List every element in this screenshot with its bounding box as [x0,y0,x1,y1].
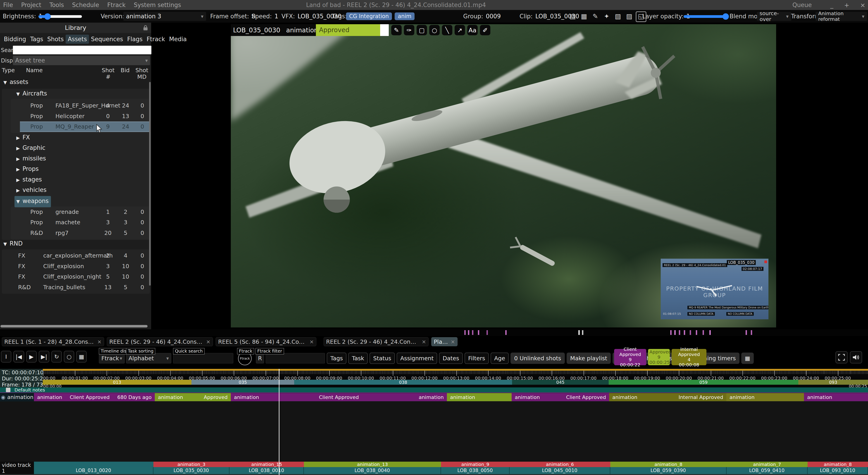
notes-track-header[interactable]: ◉ animation [0,393,34,402]
tree-item-grenade[interactable]: Propgrenade120 [0,208,151,217]
tree-item-fa18-ef-super-hornet[interactable]: PropFA18_EF_Super_Hornet4240 [0,101,151,110]
clip-lob-093-0010[interactable]: animation_8LOB_093_0010 [808,462,868,474]
notes-segment-5[interactable]: animationClient Approved [512,393,609,401]
close-tab-icon[interactable]: × [310,339,314,345]
player-tab-3[interactable]: REEL 5 (Sc. 86 - 94) 4_24.Consolidated.0… [216,337,316,346]
tree-item-mq-9-reaper[interactable]: PropMQ_9_Reaper9240 [0,122,151,131]
text-icon[interactable]: Aa [467,25,478,35]
close-tab-icon[interactable]: × [422,339,426,345]
timeline-display-select[interactable]: Ftrack ▾ [99,353,125,363]
button-0-unlinked-shots[interactable]: 0 Unlinked shots [510,353,565,364]
loop-button[interactable]: ↻ [51,351,62,362]
player-tab-2[interactable]: REEL 2 (Sc. 29 - 46) 4_24.Consolidated.0… [107,337,213,346]
versions-grid-button[interactable]: ▦ [741,353,754,364]
notes-segment-2[interactable]: animationApproved [155,393,231,401]
brightness-slider-knob[interactable] [44,13,51,20]
ftrack-filter-prefix[interactable]: R [256,353,264,363]
close-button[interactable]: × [860,2,865,9]
tree-folder-props[interactable]: ▶Props [0,164,151,173]
fullscreen-button[interactable] [835,351,848,363]
clip-lob-038-0050[interactable]: animation_9LOB_038_0050 [441,462,509,474]
button-age[interactable]: Age [491,353,509,364]
notes-icon[interactable]: ▧ [613,11,623,21]
expander-icon[interactable]: ▶ [16,156,20,162]
player-tab-1[interactable]: REEL 1 (Sc. 1 - 28) 4_28.Consolidated.01… [2,337,104,346]
expander-icon[interactable]: ▶ [16,177,20,183]
pencil-icon[interactable]: ✎ [391,25,402,35]
viewer-status-badge[interactable]: Approved [316,24,383,36]
expander-icon[interactable]: ▶ [16,135,20,140]
line-icon[interactable]: ╲ [442,25,452,35]
brush-icon[interactable]: ✑ [404,25,414,35]
ruler-segment-059[interactable]: 059 [609,380,798,385]
menu-system-settings[interactable]: System settings [134,2,181,8]
ftrack-filter-input[interactable] [266,353,325,363]
rectangle-icon[interactable]: ▢ [416,25,427,35]
button-dates[interactable]: Dates [439,353,463,364]
brightness-slider[interactable] [38,15,82,18]
quick-search-input[interactable] [173,353,233,363]
expander-icon[interactable]: ▼ [16,91,20,97]
ellipse-icon[interactable]: ○ [429,25,440,35]
color-swatch[interactable] [380,24,389,36]
tree-folder-weapons[interactable]: ▼weapons [0,196,151,205]
video-track-header[interactable]: video track 1 [0,462,34,474]
video-viewport[interactable]: LOB_035_0030 animation - V3 Approved ✎✑▢… [231,24,776,327]
close-tab-icon[interactable]: × [451,339,455,345]
expander-icon[interactable]: ▼ [3,241,7,247]
tab-media[interactable]: Media [167,35,189,44]
close-tab-icon[interactable]: × [206,339,211,345]
tree-folder-stages[interactable]: ▶stages [0,175,151,184]
player-tab-5[interactable]: Playlist× [431,337,458,346]
clip-lob-038-0040[interactable]: animation_13LOB_038_0040 [304,462,441,474]
minimize-button[interactable]: _ [830,2,833,9]
clip-lob-059-0410[interactable]: animation_7LOB_059_0410 [726,462,808,474]
menu-schedule[interactable]: Schedule [72,2,99,8]
film-button[interactable]: ▦ [76,351,87,362]
button-assignment[interactable]: Assignment [397,353,437,364]
expander-icon[interactable]: ▶ [16,166,20,172]
tree-item-car-explosion-aftermath[interactable]: FXcar_explosion_aftermath240 [0,251,151,260]
play-button[interactable]: ▶ [26,351,37,362]
playhead[interactable] [279,369,279,475]
queue-label[interactable]: Queue [793,0,812,10]
tree-item-cliff-explosion[interactable]: FXCliff_explosion3100 [0,262,151,271]
tree-item-helicopter[interactable]: PropHelicopter0130 [0,112,151,121]
slate-icon[interactable]: ▨ [624,11,634,21]
layer-opacity-slider-knob[interactable] [722,13,729,20]
notes-segment-4[interactable]: animation [447,393,512,401]
task-sorting-select[interactable]: Alphabet ▾ [126,353,171,363]
tree-folder-graphic[interactable]: ▶Graphic [0,143,151,152]
tree-folder-aircrafts[interactable]: ▼Aircrafts [0,89,151,98]
notes-segment-1[interactable]: animationClient Approved680 Days ago [34,393,155,401]
blend-mode-select[interactable]: source-over ▾ [757,12,791,21]
menu-ftrack[interactable]: Ftrack [107,2,126,8]
notes-segment-7[interactable]: animation [726,393,804,401]
timeline-ruler[interactable]: 00:0000:00:01:0000:00:02:0000:00:03:0000… [43,369,868,387]
clip-lob-059-0390[interactable]: animation_8LOB_059_0390 [610,462,726,474]
tree-item-machete[interactable]: Propmachete330 [0,218,151,227]
notes-minimap[interactable] [0,329,868,336]
button-filters[interactable]: Filters [465,353,489,364]
clip-lob-035-0030[interactable]: animation_3LOB_035_0030 [153,462,229,474]
menu-tools[interactable]: Tools [49,2,64,8]
timeline-empty-area[interactable] [0,402,868,462]
status-box-approved[interactable]: Approved900:00:25 [648,349,670,365]
tree-folder-rnd[interactable]: ▼RND [0,239,151,248]
notes-segment-6[interactable]: animationInternal Approved [609,393,726,401]
tree-folder-assets[interactable]: ▼assets [0,77,151,87]
clip-lob-038-0010[interactable]: animation_15LOB_038_0010 [229,462,304,474]
default-notes-checkbox[interactable] [6,388,10,392]
tag-chip-cg-integration[interactable]: CG Integration [346,12,392,20]
button-make-playlist[interactable]: Make playlist [567,353,611,364]
notes-segment-3[interactable]: animationClient Approvedanimation [231,393,447,401]
ruler-segment-038[interactable]: 038 [294,380,512,385]
grid-icon[interactable]: ▦ [579,11,589,21]
transform-select[interactable]: Animation reformat ▾ [815,12,867,21]
menu-file[interactable]: File [3,2,13,8]
tree-folder-missiles[interactable]: ▶missiles [0,154,151,163]
expander-icon[interactable]: ▶ [16,188,20,193]
tree-folder-vehicles[interactable]: ▶vehicles [0,185,151,194]
menu-project[interactable]: Project [21,2,41,8]
pip-reference-view[interactable]: REEL 2 (Sc. 29 - 46) 4_24.Consolidated.0… [661,259,769,319]
